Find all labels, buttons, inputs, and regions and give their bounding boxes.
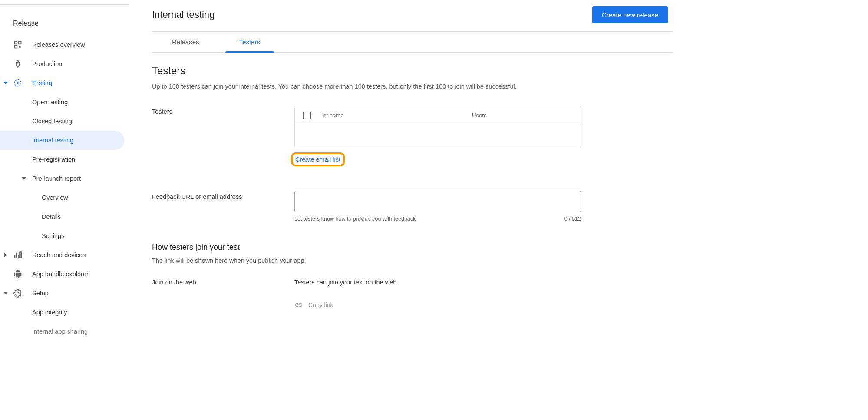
sidebar-section-release: Release	[0, 15, 129, 35]
rocket-icon	[13, 59, 23, 69]
svg-rect-0	[15, 42, 17, 44]
sidebar-item-plr-overview[interactable]: Overview	[0, 188, 129, 207]
tab-testers[interactable]: Testers	[219, 32, 280, 52]
caret-down-icon	[3, 290, 9, 296]
main-content: Internal testing Create new release Rele…	[129, 0, 675, 341]
table-body-empty	[295, 125, 581, 148]
sidebar-item-reach-devices[interactable]: Reach and devices	[0, 245, 129, 265]
testers-description: Up to 100 testers can join your internal…	[152, 83, 675, 90]
sidebar-item-releases-overview[interactable]: Releases overview	[0, 35, 129, 54]
sidebar-item-label: Open testing	[32, 99, 68, 106]
sidebar-item-label: Production	[32, 60, 62, 67]
svg-point-4	[17, 62, 19, 63]
sidebar-item-plr-details[interactable]: Details	[0, 207, 129, 226]
sidebar-item-pre-registration[interactable]: Pre-registration	[0, 150, 129, 169]
sidebar: Release Releases overview Production Tes…	[0, 4, 129, 341]
sidebar-item-internal-sharing[interactable]: Internal app sharing	[0, 322, 129, 341]
testers-table: List name Users	[294, 106, 581, 148]
feedback-label: Feedback URL or email address	[152, 191, 294, 222]
copy-link-label: Copy link	[308, 301, 333, 308]
join-description: The link will be shown here when you pub…	[152, 257, 675, 264]
testers-label: Testers	[152, 106, 294, 166]
svg-rect-11	[20, 252, 21, 258]
sidebar-item-setup[interactable]: Setup	[0, 284, 129, 303]
sidebar-item-label: Pre-launch report	[32, 175, 81, 182]
highlight-annotation: Create email list	[291, 152, 345, 166]
sidebar-item-app-bundle[interactable]: App bundle explorer	[0, 265, 129, 284]
sidebar-item-label: Settings	[42, 232, 64, 239]
feedback-helper: Let testers know how to provide you with…	[294, 216, 416, 222]
caret-down-icon	[3, 80, 9, 86]
join-heading: How testers join your test	[152, 243, 675, 252]
svg-point-12	[17, 292, 19, 294]
svg-rect-2	[15, 46, 17, 48]
sidebar-item-label: Closed testing	[32, 118, 72, 125]
select-all-checkbox[interactable]	[303, 112, 311, 119]
create-release-button[interactable]: Create new release	[592, 6, 668, 23]
join-web-label: Join on the web	[152, 279, 294, 309]
sidebar-item-label: Details	[42, 213, 61, 220]
tab-releases[interactable]: Releases	[152, 32, 219, 52]
feedback-input[interactable]	[294, 191, 581, 212]
caret-right-icon	[3, 252, 9, 258]
sidebar-item-label: App bundle explorer	[32, 271, 89, 278]
tabs: Releases Testers	[152, 32, 673, 53]
caret-down-icon	[21, 175, 27, 182]
feedback-counter: 0 / 512	[564, 216, 581, 222]
link-icon	[294, 301, 303, 309]
sidebar-item-label: Pre-registration	[32, 156, 75, 163]
table-header-users: Users	[472, 112, 581, 119]
sidebar-item-label: Internal app sharing	[32, 328, 88, 335]
sidebar-item-label: Overview	[42, 194, 68, 201]
join-web-body: Testers can join your test on the web	[294, 279, 396, 286]
sidebar-item-label: App integrity	[32, 309, 67, 316]
sidebar-item-app-integrity[interactable]: App integrity	[0, 303, 129, 322]
chart-icon	[13, 250, 23, 260]
page-title: Internal testing	[152, 9, 215, 20]
sidebar-item-closed-testing[interactable]: Closed testing	[0, 112, 129, 131]
sidebar-item-label: Internal testing	[32, 137, 73, 144]
sidebar-item-pre-launch-report[interactable]: Pre-launch report	[0, 169, 129, 188]
gear-icon	[13, 288, 23, 298]
svg-rect-1	[19, 42, 21, 44]
page-header: Internal testing Create new release	[152, 6, 675, 31]
create-email-list-link[interactable]: Create email list	[295, 156, 340, 163]
testers-heading: Testers	[152, 65, 675, 77]
testing-icon	[13, 78, 23, 88]
overview-icon	[13, 40, 23, 50]
copy-link-disabled: Copy link	[294, 301, 396, 309]
sidebar-item-internal-testing[interactable]: Internal testing	[0, 131, 124, 150]
sidebar-item-production[interactable]: Production	[0, 54, 129, 73]
sidebar-item-open-testing[interactable]: Open testing	[0, 93, 129, 112]
table-header-listname: List name	[319, 112, 472, 119]
sidebar-item-plr-settings[interactable]: Settings	[0, 226, 129, 245]
sidebar-item-label: Testing	[32, 79, 52, 86]
svg-rect-3	[19, 46, 20, 47]
sidebar-item-testing[interactable]: Testing	[0, 73, 129, 93]
sidebar-item-label: Reach and devices	[32, 251, 86, 258]
sidebar-item-label: Setup	[32, 290, 49, 297]
android-icon	[13, 269, 23, 279]
sidebar-item-label: Releases overview	[32, 41, 85, 48]
